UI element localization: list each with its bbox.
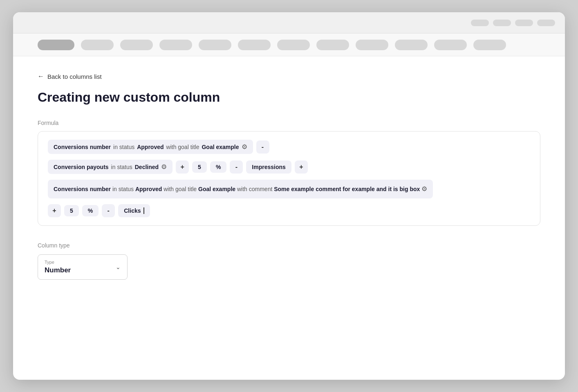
page-content: ← Back to columns list Creating new cust… [13,56,565,296]
nav-item-9[interactable] [356,40,388,50]
nav-item-11[interactable] [434,40,467,50]
formula-section-label: Formula [38,120,540,126]
titlebar-pill-3 [515,20,533,26]
nav-item-5[interactable] [199,40,231,50]
row2-gear-icon[interactable]: ⚙ [161,163,167,171]
row2-number: 5 [192,161,207,173]
row1-chip-main: Conversions number [54,144,111,150]
row4-number: 5 [64,205,79,216]
type-dropdown[interactable]: Type Number ⌄ [38,254,128,280]
type-dropdown-value: Number [45,266,121,274]
back-arrow-icon: ← [38,73,44,80]
row3-chip-status-value: Approved [135,186,162,192]
titlebar-pill-1 [471,20,489,26]
row3-chip-main: Conversions number [54,186,111,192]
row3-chip-goal-value: Goal example [198,186,235,192]
row1-minus-button[interactable]: - [256,140,269,154]
row4-clicks-chip[interactable]: Clicks [118,204,150,217]
browser-titlebar [13,12,565,33]
nav-item-7[interactable] [277,40,310,50]
row3-chip-status-text: in status [112,186,134,192]
row1-chip-status-value: Approved [137,144,164,150]
row1-gear-icon[interactable]: ⚙ [242,143,247,151]
formula-row-2: Conversion payouts in status Declined ⚙ … [48,160,530,174]
nav-item-4[interactable] [159,40,192,50]
page-title: Creating new custom column [38,90,540,105]
row4-minus-button[interactable]: - [102,204,115,217]
row3-gear-icon[interactable]: ⚙ [421,185,427,192]
row2-chip[interactable]: Conversion payouts in status Declined ⚙ [48,160,173,174]
row2-chip-status-value: Declined [135,164,159,170]
formula-row-3: Conversions number in status Approved wi… [48,180,530,198]
nav-item-6[interactable] [238,40,271,50]
chevron-down-icon: ⌄ [116,264,121,270]
row2-chip-main: Conversion payouts [54,164,109,170]
type-dropdown-label: Type [45,260,121,265]
row3-chip-comment-text: with comment [237,186,272,192]
row2-chip-status-text: in status [111,164,132,170]
titlebar-pill-2 [493,20,511,26]
nav-bar [13,33,565,56]
column-type-section-label: Column type [38,242,540,249]
formula-row-4: + 5 % - Clicks [48,204,530,217]
cursor-blink [143,207,144,214]
row3-chip[interactable]: Conversions number in status Approved wi… [48,180,433,198]
nav-item-1[interactable] [38,40,74,50]
row1-chip[interactable]: Conversions number in status Approved wi… [48,140,253,154]
nav-item-2[interactable] [81,40,114,50]
nav-item-8[interactable] [316,40,349,50]
back-link-label: Back to columns list [47,73,102,80]
row2-impressions-label: Impressions [252,164,285,170]
nav-item-3[interactable] [120,40,153,50]
row2-plus2-button[interactable]: + [295,160,308,174]
row2-percent: % [210,161,226,173]
nav-item-12[interactable] [473,40,506,50]
formula-box: Conversions number in status Approved wi… [38,131,540,226]
row2-impressions-chip[interactable]: Impressions [246,160,291,174]
titlebar-pill-4 [537,20,555,26]
row1-chip-goal-text: with goal title [166,144,199,150]
browser-window: ← Back to columns list Creating new cust… [13,12,565,380]
row4-plus-button[interactable]: + [48,204,61,217]
row4-percent: % [82,205,99,216]
row1-chip-status-text: in status [113,144,134,150]
row3-chip-comment-value: Some example comment for example and it … [274,186,420,192]
row3-chip-goal-text: with goal title [164,186,197,192]
row1-chip-goal-value: Goal example [202,144,239,150]
row2-minus-button[interactable]: - [230,160,243,174]
back-to-columns-link[interactable]: ← Back to columns list [38,73,540,80]
nav-item-10[interactable] [395,40,428,50]
formula-row-1: Conversions number in status Approved wi… [48,140,530,154]
row2-plus-button[interactable]: + [176,160,189,174]
row4-clicks-label: Clicks [124,207,141,214]
column-type-section: Column type Type Number ⌄ [38,242,540,280]
